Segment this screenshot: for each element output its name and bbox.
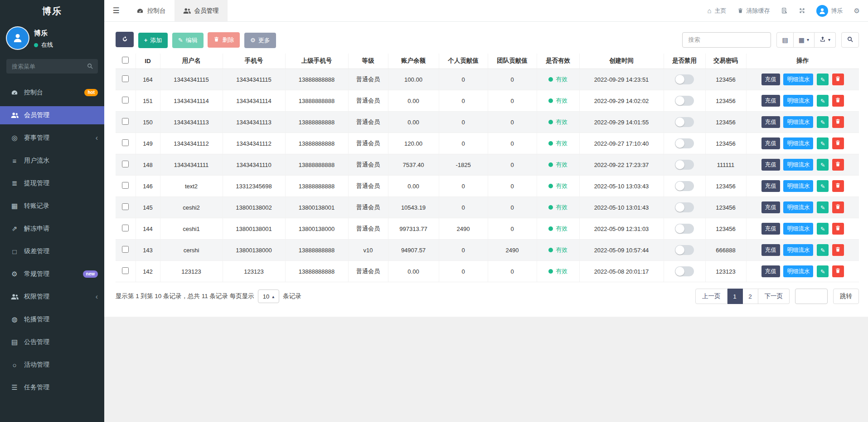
recharge-button[interactable]: 充值 bbox=[761, 201, 780, 213]
next-page-button[interactable]: 下一页 bbox=[758, 289, 790, 304]
delete-row-button[interactable] bbox=[832, 265, 844, 277]
detail-view-button[interactable]: ▤ bbox=[776, 32, 793, 48]
page-size-dropdown[interactable]: 10 ▴ bbox=[258, 290, 280, 303]
add-button[interactable]: +添加 bbox=[138, 33, 168, 48]
edit-row-button[interactable]: ✎ bbox=[817, 74, 829, 85]
sidebar-item-users[interactable]: 会员管理 bbox=[0, 106, 104, 124]
sidebar-item-task[interactable]: ☰ 任务管理 bbox=[0, 378, 104, 397]
search-submit-button[interactable] bbox=[841, 32, 859, 48]
sidebar-item-unfreeze[interactable]: ⇗ 解冻申请 bbox=[0, 220, 104, 238]
detail-flow-button[interactable]: 明细流水 bbox=[783, 244, 813, 256]
menu-toggle-button[interactable]: ☰ bbox=[104, 0, 128, 21]
disable-toggle[interactable] bbox=[675, 74, 694, 84]
row-checkbox[interactable] bbox=[122, 246, 129, 253]
row-checkbox[interactable] bbox=[122, 225, 129, 231]
page-button-2[interactable]: 2 bbox=[743, 289, 758, 304]
edit-row-button[interactable]: ✎ bbox=[817, 201, 829, 213]
edit-row-button[interactable]: ✎ bbox=[817, 244, 829, 256]
sidebar-item-match[interactable]: ◎ 赛事管理 ‹ bbox=[0, 129, 104, 147]
delete-row-button[interactable] bbox=[832, 201, 844, 213]
edit-row-button[interactable]: ✎ bbox=[817, 180, 829, 192]
row-checkbox[interactable] bbox=[122, 161, 129, 167]
recharge-button[interactable]: 充值 bbox=[761, 95, 780, 107]
edit-row-button[interactable]: ✎ bbox=[817, 265, 829, 277]
refresh-button[interactable] bbox=[116, 32, 134, 47]
delete-row-button[interactable] bbox=[832, 159, 844, 171]
recharge-button[interactable]: 充值 bbox=[761, 137, 780, 149]
disable-toggle[interactable] bbox=[675, 138, 694, 148]
clear-cache-link[interactable]: 清除缓存 bbox=[737, 7, 770, 15]
recharge-button[interactable]: 充值 bbox=[761, 74, 780, 85]
sidebar-item-level-diff[interactable]: □ 级差管理 bbox=[0, 242, 104, 260]
disable-toggle[interactable] bbox=[675, 202, 694, 212]
detail-flow-button[interactable]: 明细流水 bbox=[783, 95, 813, 107]
edit-row-button[interactable]: ✎ bbox=[817, 159, 829, 171]
disable-toggle[interactable] bbox=[675, 117, 694, 127]
recharge-button[interactable]: 充值 bbox=[761, 265, 780, 277]
row-checkbox[interactable] bbox=[122, 267, 129, 274]
edit-row-button[interactable]: ✎ bbox=[817, 223, 829, 235]
user-avatar[interactable] bbox=[7, 27, 29, 49]
table-search-input[interactable] bbox=[682, 32, 771, 48]
disable-toggle[interactable] bbox=[675, 160, 694, 170]
delete-row-button[interactable] bbox=[832, 180, 844, 192]
row-checkbox[interactable] bbox=[122, 139, 129, 146]
edit-row-button[interactable]: ✎ bbox=[817, 95, 829, 107]
tab-member-management[interactable]: 会员管理 bbox=[175, 0, 228, 21]
sidebar-item-dashboard[interactable]: 控制台 hot bbox=[0, 83, 104, 102]
recharge-button[interactable]: 充值 bbox=[761, 180, 780, 192]
row-checkbox[interactable] bbox=[122, 203, 129, 210]
fullscreen-button[interactable] bbox=[799, 7, 805, 14]
tab-dashboard[interactable]: 控制台 bbox=[128, 0, 175, 21]
detail-flow-button[interactable]: 明细流水 bbox=[783, 223, 813, 235]
detail-flow-button[interactable]: 明细流水 bbox=[783, 74, 813, 85]
row-checkbox[interactable] bbox=[122, 118, 129, 125]
sidebar-item-permission-users[interactable]: 权限管理 ‹ bbox=[0, 288, 104, 306]
disable-toggle[interactable] bbox=[675, 245, 694, 255]
edit-row-button[interactable]: ✎ bbox=[817, 137, 829, 149]
row-checkbox[interactable] bbox=[122, 97, 129, 103]
sidebar-item-activity[interactable]: ○ 活动管理 bbox=[0, 356, 104, 374]
more-button[interactable]: ⚙更多 bbox=[244, 33, 276, 48]
detail-flow-button[interactable]: 明细流水 bbox=[783, 137, 813, 149]
select-all-checkbox[interactable] bbox=[122, 57, 129, 64]
recharge-button[interactable]: 充值 bbox=[761, 116, 780, 128]
detail-flow-button[interactable]: 明细流水 bbox=[783, 180, 813, 192]
sidebar-item-announcement[interactable]: ▤ 公告管理 bbox=[0, 333, 104, 351]
row-checkbox[interactable] bbox=[122, 75, 129, 82]
page-jump-button[interactable]: 跳转 bbox=[833, 289, 859, 304]
disable-toggle[interactable] bbox=[675, 181, 694, 191]
delete-row-button[interactable] bbox=[832, 116, 844, 128]
sidebar-item-user-flow[interactable]: ≡ 用户流水 bbox=[0, 152, 104, 170]
delete-row-button[interactable] bbox=[832, 244, 844, 256]
recharge-button[interactable]: 充值 bbox=[761, 223, 780, 235]
menu-search-input[interactable] bbox=[6, 59, 98, 74]
prev-page-button[interactable]: 上一页 bbox=[695, 289, 727, 304]
delete-row-button[interactable] bbox=[832, 137, 844, 149]
recharge-button[interactable]: 充值 bbox=[761, 244, 780, 256]
navbar-user-menu[interactable]: 博乐 bbox=[816, 5, 843, 17]
edit-button[interactable]: ✎编辑 bbox=[172, 33, 204, 48]
disable-toggle[interactable] bbox=[675, 266, 694, 276]
page-jump-input[interactable] bbox=[795, 289, 828, 304]
home-link[interactable]: ⌂ 主页 bbox=[707, 7, 726, 15]
sidebar-item-carousel[interactable]: ◍ 轮播管理 bbox=[0, 310, 104, 329]
delete-row-button[interactable] bbox=[832, 223, 844, 235]
disable-toggle[interactable] bbox=[675, 224, 694, 234]
disable-toggle[interactable] bbox=[675, 96, 694, 106]
delete-row-button[interactable] bbox=[832, 74, 844, 85]
sidebar-item-transfer[interactable]: ▦ 转账记录 bbox=[0, 197, 104, 215]
edit-row-button[interactable]: ✎ bbox=[817, 116, 829, 128]
delete-row-button[interactable] bbox=[832, 95, 844, 107]
detail-flow-button[interactable]: 明细流水 bbox=[783, 159, 813, 171]
recharge-button[interactable]: 充值 bbox=[761, 159, 780, 171]
language-button[interactable] bbox=[781, 7, 788, 14]
detail-flow-button[interactable]: 明细流水 bbox=[783, 265, 813, 277]
detail-flow-button[interactable]: 明细流水 bbox=[783, 201, 813, 213]
export-button[interactable]: ▾ bbox=[815, 32, 836, 48]
columns-button[interactable]: ▦▾ bbox=[794, 32, 815, 48]
row-checkbox[interactable] bbox=[122, 182, 129, 189]
page-button-1[interactable]: 1 bbox=[727, 289, 743, 304]
delete-button[interactable]: 删除 bbox=[208, 32, 240, 48]
detail-flow-button[interactable]: 明细流水 bbox=[783, 116, 813, 128]
